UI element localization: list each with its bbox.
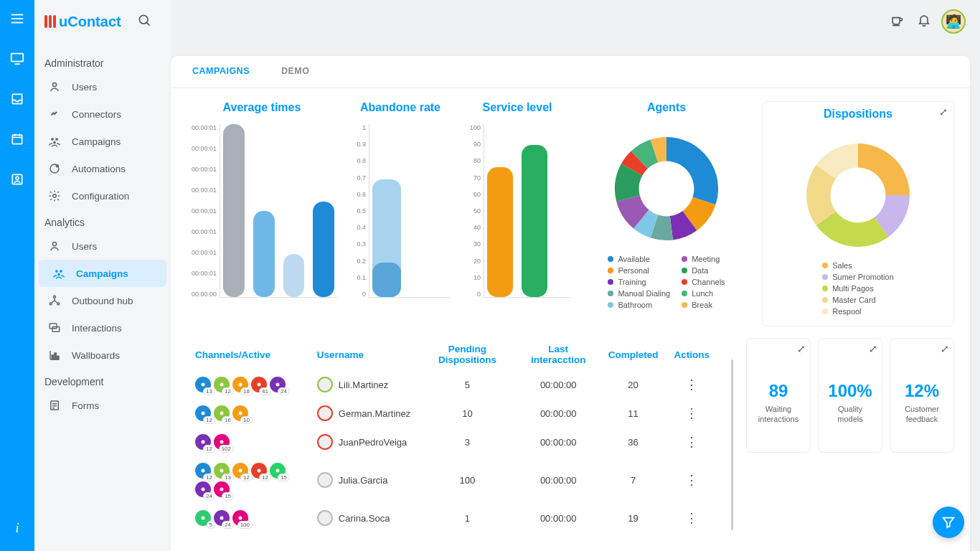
expand-icon[interactable]: ⤢ [939,106,948,118]
nav-item-automations[interactable]: Automations [34,155,171,182]
coffee-icon[interactable] [890,13,904,30]
calendar-icon[interactable] [7,129,27,149]
hub-icon [47,294,62,307]
svg-point-37 [139,15,148,24]
channel-chip[interactable]: 15 [270,463,286,479]
avatar[interactable]: 🧑‍💻 [941,9,966,34]
row-actions[interactable]: ⋮ [666,504,717,532]
svg-point-59 [239,517,242,520]
bell-icon[interactable] [917,13,931,30]
cell-last: 00:00:00 [517,504,600,532]
channel-chip[interactable]: 12 [232,463,248,479]
channel-chip[interactable]: 12 [251,463,267,479]
channel-chip[interactable]: 12 [195,405,211,421]
monitor-icon[interactable] [7,49,27,69]
logo-bars-icon [44,15,56,28]
expand-icon[interactable]: ⤢ [869,343,877,354]
nav-item-interactions[interactable]: Interactions [34,314,171,342]
cell-last: 00:00:00 [517,400,600,427]
channel-chip[interactable]: 5 [195,510,211,526]
channel-chip[interactable]: 16 [214,405,230,421]
legend-item: Data [682,266,725,275]
tab-campaigns[interactable]: CAMPAIGNS [176,56,265,88]
icon-rail: i [0,0,34,551]
svg-point-47 [239,412,242,415]
chart-abandon-rate: Abandone rate 10.90.80.70.60.50.40.30.20… [350,101,451,311]
row-actions[interactable]: ⋮ [666,428,717,456]
legend-item: Meeting [682,255,725,263]
inbox-icon[interactable] [7,89,27,109]
svg-point-19 [52,242,56,245]
username: JuanPedroVeiga [339,437,407,448]
username: Julia.Garcia [339,475,388,486]
channel-chip[interactable]: 12 [214,377,230,392]
menu-icon[interactable] [7,9,27,29]
legend-item: Lunch [682,289,725,298]
nav-item-campaigns[interactable]: Campaigns [39,260,166,287]
table-row: 524100Carina.Soca100:00:0019⋮ [188,504,717,532]
legend-item: Sales [822,261,894,270]
svg-point-53 [258,469,261,473]
channel-chip[interactable]: 24 [214,510,230,526]
username: Carina.Soca [339,513,390,524]
channel-chip[interactable]: 24 [195,481,211,497]
svg-rect-27 [52,327,60,332]
nav-item-outbound-hub[interactable]: Outbound hub [34,287,171,314]
users-table: Channels/ActiveUsernamePending Dispositi… [187,338,718,533]
expand-icon[interactable]: ⤢ [941,343,949,354]
channel-chip[interactable]: 41 [251,377,267,392]
svg-point-50 [202,469,205,473]
channel-chip[interactable]: 12 [195,463,211,479]
nav-label: Outbound hub [72,296,133,306]
brand-name: uContact [59,14,121,30]
kpi-value: 100% [828,381,872,401]
row-actions[interactable]: ⋮ [666,400,717,427]
nav-item-forms[interactable]: Forms [34,392,171,419]
filter-fab[interactable] [933,507,964,538]
svg-point-46 [220,412,224,415]
nav-label: Automations [72,164,126,174]
section-label: Analytics [34,209,171,232]
search-icon[interactable] [137,13,151,30]
svg-point-44 [276,383,280,387]
table-row: 12102JuanPedroVeiga300:00:0036⋮ [188,428,717,456]
kpi-card: ⤢89Waiting interactions [746,338,811,453]
legend-item: Respool [822,307,894,316]
svg-point-40 [202,383,205,387]
contact-icon[interactable] [7,169,27,189]
row-actions[interactable]: ⋮ [666,371,717,398]
nav-item-wallboards[interactable]: Wallboards [34,342,171,369]
table-row: 12131212152415Julia.Garcia10000:00:007⋮ [188,457,717,503]
channel-chip[interactable]: 24 [270,377,286,392]
channel-chip[interactable]: 12 [195,434,211,450]
svg-point-41 [220,383,224,387]
svg-rect-31 [55,353,56,359]
legend-item: Sumer Promotion [822,273,894,281]
channel-chip[interactable]: 100 [232,510,248,526]
info-icon[interactable]: i [7,518,27,538]
nav-item-configuration[interactable]: Configuration [34,182,171,209]
legend-item: Bathroom [608,301,670,309]
nav-item-connectors[interactable]: Connectors [34,100,171,128]
row-actions[interactable]: ⋮ [666,457,717,503]
channel-chip[interactable]: 18 [232,377,248,392]
cell-done: 19 [601,504,666,532]
channel-chip[interactable]: 13 [214,463,230,479]
channel-chip[interactable]: 13 [195,377,211,392]
bar [283,254,305,297]
svg-rect-26 [50,324,57,329]
channel-chip[interactable]: 102 [214,434,230,450]
svg-point-25 [57,303,60,305]
nav-label: Interactions [72,323,122,334]
channel-chip[interactable]: 15 [214,481,230,497]
svg-point-20 [55,270,58,273]
channel-chip[interactable]: 10 [232,405,248,421]
nav-item-campaigns[interactable]: Campaigns [34,128,171,155]
svg-point-13 [51,138,54,141]
expand-icon[interactable]: ⤢ [797,343,806,354]
nav-item-users[interactable]: Users [34,232,171,260]
chart-agents: Agents AvailablePersonalTrainingManual D… [584,101,749,309]
nav-item-users[interactable]: Users [34,73,171,100]
nav-label: Wallboards [72,350,120,361]
tab-demo[interactable]: DEMO [265,56,326,88]
